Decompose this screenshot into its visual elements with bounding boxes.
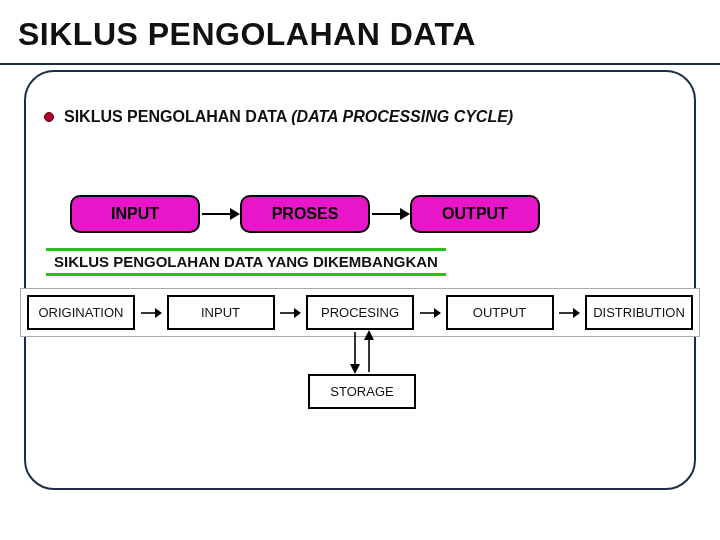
arrow-right-icon [419, 306, 441, 320]
box-storage: STORAGE [308, 374, 416, 409]
arrow-right-icon [370, 205, 410, 223]
bullet-text: SIKLUS PENGOLAHAN DATA (DATA PROCESSING … [64, 108, 513, 126]
slide-title: SIKLUS PENGOLAHAN DATA [18, 16, 702, 53]
box-proses: PROSES [240, 195, 370, 233]
svg-marker-5 [155, 308, 162, 318]
subheading-text: SIKLUS PENGOLAHAN DATA YANG DIKEMBANGKAN [54, 253, 438, 270]
svg-marker-9 [434, 308, 441, 318]
box-distribution: DISTRIBUTION [585, 295, 693, 330]
bidirectional-arrow-icon [340, 330, 384, 374]
bullet-bold: SIKLUS PENGOLAHAN DATA [64, 108, 291, 125]
subheading-bar: SIKLUS PENGOLAHAN DATA YANG DIKEMBANGKAN [46, 248, 446, 276]
svg-marker-3 [400, 208, 410, 220]
arrow-right-icon [279, 306, 301, 320]
box-output: OUTPUT [410, 195, 540, 233]
svg-marker-11 [573, 308, 580, 318]
extended-cycle-row: ORIGINATION INPUT PROCESING OUTPUT DISTR… [27, 295, 693, 330]
box-output-2: OUTPUT [446, 295, 554, 330]
bullet-row: SIKLUS PENGOLAHAN DATA (DATA PROCESSING … [44, 108, 513, 126]
slide-frame [24, 70, 696, 490]
svg-marker-15 [364, 330, 374, 340]
basic-cycle-row: INPUT PROSES OUTPUT [70, 195, 540, 233]
arrow-right-icon [558, 306, 580, 320]
svg-marker-13 [350, 364, 360, 374]
box-input: INPUT [70, 195, 200, 233]
arrow-right-icon [140, 306, 162, 320]
box-input-2: INPUT [167, 295, 275, 330]
box-origination: ORIGINATION [27, 295, 135, 330]
title-bar: SIKLUS PENGOLAHAN DATA [0, 10, 720, 65]
bullet-italic: (DATA PROCESSING CYCLE) [291, 108, 513, 125]
box-procesing: PROCESING [306, 295, 414, 330]
arrow-right-icon [200, 205, 240, 223]
svg-marker-1 [230, 208, 240, 220]
bullet-icon [44, 112, 54, 122]
svg-marker-7 [294, 308, 301, 318]
